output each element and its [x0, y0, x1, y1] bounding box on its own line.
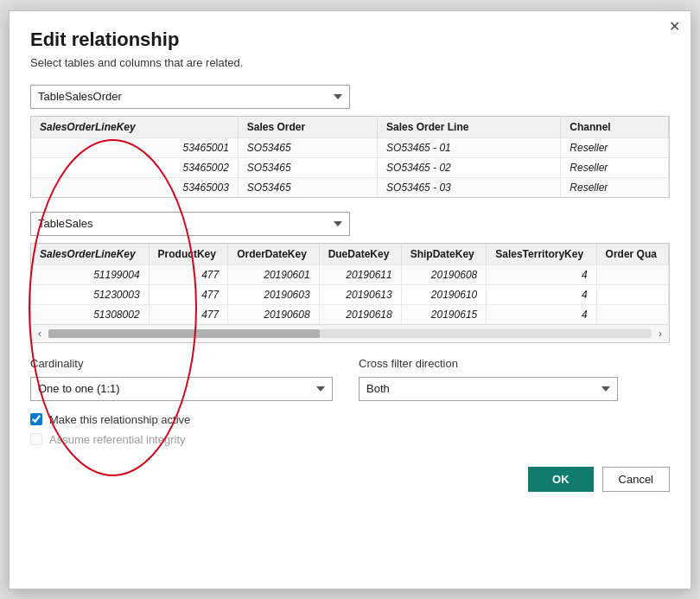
scroll-left-arrow[interactable]: ‹	[35, 328, 45, 340]
table2-dropdown[interactable]: TableSales	[30, 212, 350, 236]
table-row: 51308002 477 20190608 20190618 20190615 …	[31, 304, 669, 324]
dialog-title: Edit relationship	[30, 29, 670, 51]
integrity-checkbox-label: Assume referential integrity	[49, 433, 186, 446]
table2-col-0: SalesOrderLineKey	[31, 244, 149, 265]
cross-filter-dropdown[interactable]: Both Single	[359, 377, 618, 401]
integrity-checkbox-item[interactable]: Assume referential integrity	[30, 433, 670, 446]
active-checkbox-label: Make this relationship active	[49, 413, 190, 426]
ok-button[interactable]: OK	[528, 467, 594, 492]
table2-data: SalesOrderLineKey ProductKey OrderDateKe…	[31, 244, 669, 324]
edit-relationship-dialog: ✕ Edit relationship Select tables and co…	[9, 10, 691, 589]
cardinality-dropdown[interactable]: One to one (1:1) Many to one (*:1) One t…	[30, 377, 333, 401]
integrity-checkbox[interactable]	[30, 433, 42, 445]
cardinality-group: Cardinality One to one (1:1) Many to one…	[30, 357, 333, 401]
table1-col-0: SalesOrderLineKey	[31, 117, 238, 138]
cardinality-label: Cardinality	[30, 357, 333, 370]
cross-filter-label: Cross filter direction	[359, 357, 618, 370]
table1-wrapper: SalesOrderLineKey Sales Order Sales Orde…	[30, 116, 670, 198]
table2-col-3: DueDateKey	[319, 244, 401, 265]
table2-header-row: SalesOrderLineKey ProductKey OrderDateKe…	[31, 244, 669, 265]
options-row: Cardinality One to one (1:1) Many to one…	[30, 357, 670, 401]
scroll-right-arrow[interactable]: ›	[655, 328, 665, 340]
cancel-button[interactable]: Cancel	[602, 467, 670, 492]
table1-dropdown-container: TableSalesOrder	[30, 85, 670, 109]
table2-col-6: Order Qua	[596, 244, 668, 265]
table1-col-1: Sales Order	[238, 117, 377, 138]
table1-header-row: SalesOrderLineKey Sales Order Sales Orde…	[31, 117, 669, 138]
table-row: 53465003 SO53465 SO53465 - 03 Reseller	[31, 177, 669, 197]
table2-col-2: OrderDateKey	[228, 244, 319, 265]
table2-scrollbar[interactable]: ‹ ›	[31, 324, 669, 342]
table2-col-4: ShipDateKey	[401, 244, 487, 265]
cross-filter-group: Cross filter direction Both Single	[359, 357, 618, 401]
active-checkbox[interactable]	[30, 413, 42, 425]
dialog-footer: OK Cancel	[30, 467, 670, 492]
table1-data: SalesOrderLineKey Sales Order Sales Orde…	[31, 117, 669, 197]
table2-scroll[interactable]: SalesOrderLineKey ProductKey OrderDateKe…	[31, 244, 669, 324]
table2-dropdown-container: TableSales	[30, 212, 670, 236]
table2-col-1: ProductKey	[149, 244, 228, 265]
table-row: 53465001 SO53465 SO53465 - 01 Reseller	[31, 137, 669, 157]
table-row: 51199004 477 20190601 20190611 20190608 …	[31, 264, 669, 284]
checkboxes-section: Make this relationship active Assume ref…	[30, 413, 670, 446]
active-checkbox-item[interactable]: Make this relationship active	[30, 413, 670, 426]
table2-wrapper: SalesOrderLineKey ProductKey OrderDateKe…	[30, 243, 670, 343]
scroll-thumb	[48, 329, 320, 338]
close-button[interactable]: ✕	[669, 20, 680, 34]
table1-col-3: Channel	[561, 117, 669, 138]
table-row: 53465002 SO53465 SO53465 - 02 Reseller	[31, 157, 669, 177]
table1-col-2: Sales Order Line	[378, 117, 561, 138]
table1-dropdown[interactable]: TableSalesOrder	[30, 85, 350, 109]
dialog-subtitle: Select tables and columns that are relat…	[30, 56, 670, 69]
table-row: 51230003 477 20190603 20190613 20190610 …	[31, 284, 669, 304]
scroll-track[interactable]	[48, 329, 652, 338]
table2-col-5: SalesTerritoryKey	[487, 244, 596, 265]
